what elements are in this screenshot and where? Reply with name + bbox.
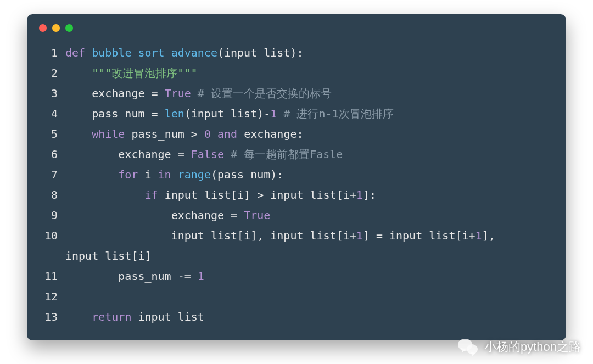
line-number: 7 (37, 165, 58, 185)
line-number: 12 (37, 287, 58, 307)
line-number: 8 (37, 185, 58, 205)
line-content: pass_num = len(input_list)-1 # 进行n-1次冒泡排… (65, 104, 394, 124)
code-line: 11 pass_num -= 1 (37, 266, 556, 287)
line-number: 1 (37, 43, 58, 63)
minimize-icon[interactable] (52, 24, 60, 32)
line-content: exchange = True # 设置一个是否交换的标号 (65, 83, 332, 104)
line-content: return input_list (65, 307, 204, 327)
line-content: while pass_num > 0 and exchange: (65, 124, 304, 144)
wechat-icon (458, 338, 480, 356)
code-line: 2 """改进冒泡排序""" (37, 63, 556, 83)
code-line: 5 while pass_num > 0 and exchange: (37, 124, 556, 144)
line-number: 4 (37, 104, 58, 124)
line-content: if input_list[i] > input_list[i+1]: (65, 185, 376, 205)
line-number: 5 (37, 124, 58, 144)
code-line: 7 for i in range(pass_num): (37, 165, 556, 185)
code-line: 6 exchange = False # 每一趟前都置Fasle (37, 144, 556, 165)
code-line: 3 exchange = True # 设置一个是否交换的标号 (37, 83, 556, 104)
code-window: 1def bubble_sort_advance(input_list):2 "… (27, 14, 566, 340)
line-number: 10 (37, 226, 58, 246)
wechat-watermark: 小杨的python之路 (458, 338, 581, 356)
code-line: 9 exchange = True (37, 205, 556, 226)
code-block: 1def bubble_sort_advance(input_list):2 "… (37, 43, 556, 327)
line-content: input_list[i], input_list[i+1] = input_l… (65, 226, 495, 246)
traffic-lights (39, 24, 556, 32)
line-content: input_list[i] (65, 246, 152, 266)
stage: 1def bubble_sort_advance(input_list):2 "… (0, 0, 593, 364)
line-number: 11 (37, 266, 58, 287)
code-line: 10 input_list[i], input_list[i+1] = inpu… (37, 226, 556, 246)
line-number: 6 (37, 144, 58, 165)
line-number: 9 (37, 205, 58, 226)
watermark-text: 小杨的python之路 (484, 339, 581, 355)
code-line: 13 return input_list (37, 307, 556, 327)
line-number: 3 (37, 83, 58, 104)
line-content: """改进冒泡排序""" (65, 63, 197, 83)
code-line: 4 pass_num = len(input_list)-1 # 进行n-1次冒… (37, 104, 556, 124)
code-line: 1def bubble_sort_advance(input_list): (37, 43, 556, 63)
line-content: exchange = True (65, 205, 270, 226)
line-number: 2 (37, 63, 58, 83)
code-line: 8 if input_list[i] > input_list[i+1]: (37, 185, 556, 205)
close-icon[interactable] (39, 24, 47, 32)
line-content: pass_num -= 1 (65, 266, 204, 287)
line-content: for i in range(pass_num): (65, 165, 283, 185)
line-content: def bubble_sort_advance(input_list): (65, 43, 304, 63)
line-content: exchange = False # 每一趟前都置Fasle (65, 144, 343, 165)
code-line: 12 (37, 287, 556, 307)
maximize-icon[interactable] (65, 24, 73, 32)
line-number: 13 (37, 307, 58, 327)
code-line: input_list[i] (37, 246, 556, 266)
